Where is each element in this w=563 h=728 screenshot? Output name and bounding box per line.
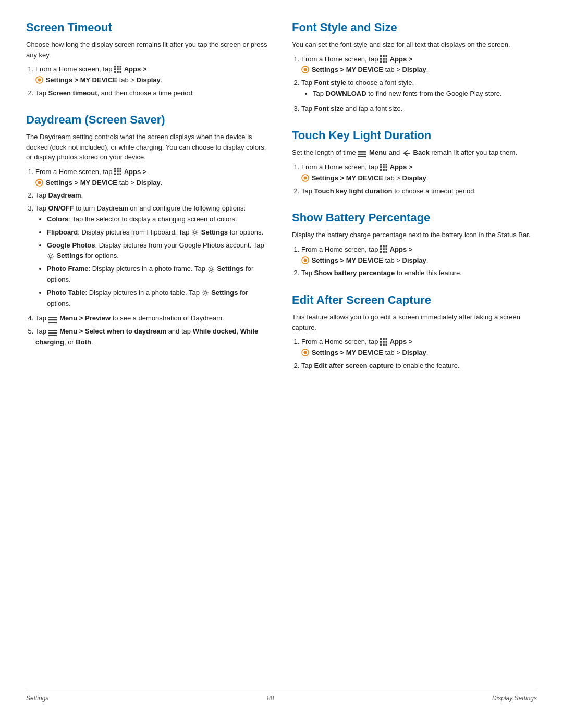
display-bold-bat1: Display (402, 256, 426, 264)
svg-rect-5 (120, 68, 122, 70)
back-icon-tk (402, 150, 410, 157)
svg-rect-4 (117, 68, 119, 70)
svg-rect-3 (114, 68, 116, 70)
settings-bold-tk1: Settings > MY DEVICE (312, 174, 383, 182)
svg-rect-44 (358, 154, 366, 155)
right-column: Font Style and Size You can set the font… (292, 21, 537, 674)
svg-rect-76 (386, 343, 388, 346)
svg-rect-38 (380, 61, 382, 63)
apps-icon-ec1 (380, 338, 387, 346)
font-substep-download: Tap DOWNLOAD to find new fonts from the … (313, 89, 537, 100)
svg-point-56 (304, 176, 307, 179)
svg-rect-0 (114, 66, 116, 68)
svg-rect-26 (48, 317, 57, 318)
touch-key-step2: Tap Touch key light duration to choose a… (301, 186, 537, 197)
svg-point-25 (204, 292, 206, 294)
touch-key-steps: From a Home screen, tap (301, 162, 537, 196)
footer-left: Settings (26, 695, 48, 702)
svg-rect-48 (386, 164, 388, 166)
left-column: Screen Timeout Choose how long the displ… (26, 21, 271, 674)
svg-rect-17 (114, 174, 116, 176)
settings-bold-st1: Settings > MY DEVICE (46, 76, 117, 84)
daydream-step5: Tap Menu > Select when to daydream and t… (35, 326, 271, 348)
edit-capture-step1: From a Home screen, tap (301, 337, 537, 359)
fontsize-bold: Font size (314, 105, 344, 113)
gear-icon-googlephotos (47, 253, 54, 260)
page: Screen Timeout Choose how long the displ… (0, 0, 563, 728)
battery-title: Show Battery Percentage (292, 211, 537, 225)
gear-icon-photoframe (207, 266, 215, 273)
flipboard-bold: Flipboard (47, 228, 78, 236)
touch-key-title: Touch Key Light Duration (292, 129, 537, 142)
screen-timeout-step2: Tap Screen timeout, and then choose a ti… (35, 88, 271, 99)
svg-rect-71 (380, 341, 382, 343)
font-steps-cont: Tap Font size and tap a font size. (301, 104, 537, 115)
edit-capture-title: Edit After Screen Capture (292, 293, 537, 307)
svg-rect-52 (380, 169, 382, 171)
svg-rect-57 (380, 245, 382, 248)
touch-key-description: Set the length of time Menu and (292, 147, 537, 158)
menu-bold-tk: Menu (369, 149, 387, 156)
settings-gear-flipboard: Settings (201, 228, 228, 236)
svg-rect-75 (383, 343, 385, 346)
menu-selectwhen-bold: Menu > Select when to daydream (59, 327, 166, 335)
page-footer: Settings 88 Display Settings (26, 690, 537, 702)
daydream-option-photoframe: Photo Frame: Display pictures in a photo… (47, 264, 271, 286)
font-title: Font Style and Size (292, 21, 537, 34)
both-bold: Both (76, 338, 91, 346)
svg-point-21 (38, 181, 41, 184)
menu-icon-dd5 (48, 329, 57, 335)
settings-bold-font1: Settings > MY DEVICE (312, 66, 383, 73)
editafterscreencapture-bold: Edit after screen capture (314, 362, 394, 369)
edit-capture-steps: From a Home screen, tap (301, 337, 537, 371)
settings-gear-photoframe: Settings (217, 265, 243, 273)
daydream-title: Daydream (Screen Saver) (26, 113, 271, 127)
svg-rect-73 (386, 341, 388, 343)
apps-bold-ec1: Apps > (390, 338, 413, 346)
screen-timeout-description: Choose how long the display screen remai… (26, 40, 271, 60)
phototable-bold: Photo Table (47, 289, 85, 297)
settings-icon-ec1 (301, 349, 309, 356)
download-bold: DOWNLOAD (326, 90, 366, 97)
gear-icon-phototable (202, 289, 209, 297)
display-bold-tk1: Display (402, 174, 426, 182)
display-bold-st1: Display (137, 76, 161, 84)
svg-rect-74 (380, 343, 382, 346)
svg-point-42 (304, 68, 307, 71)
screen-timeout-bold: Screen timeout (48, 89, 97, 97)
svg-point-22 (194, 231, 197, 234)
edit-capture-section: Edit After Screen Capture This feature a… (292, 293, 537, 371)
svg-rect-72 (383, 341, 385, 343)
battery-step2: Tap Show battery percentage to enable th… (301, 268, 537, 279)
apps-icon-bat1 (380, 245, 387, 253)
svg-rect-14 (114, 171, 116, 173)
svg-rect-31 (48, 335, 57, 336)
font-substeps: Tap DOWNLOAD to find new fonts from the … (313, 89, 537, 100)
daydream-option-phototable: Photo Table: Display pictures in a photo… (47, 288, 271, 310)
daydream-option-flipboard: Flipboard: Display pictures from Flipboa… (47, 227, 271, 238)
svg-rect-68 (380, 338, 382, 340)
settings-icon-st1 (35, 76, 43, 84)
font-step1: From a Home screen, tap (301, 54, 537, 76)
battery-section: Show Battery Percentage Display the batt… (292, 211, 537, 279)
svg-rect-53 (383, 169, 385, 171)
screen-timeout-title: Screen Timeout (26, 21, 271, 34)
main-columns: Screen Timeout Choose how long the displ… (26, 21, 537, 674)
font-description: You can set the font style and size for … (292, 40, 537, 50)
battery-step1: From a Home screen, tap (301, 244, 537, 266)
daydream-option-colors: Colors: Tap the selector to display a ch… (47, 214, 271, 225)
settings-icon-tk1 (301, 174, 309, 182)
svg-rect-34 (386, 55, 388, 57)
showbatterypct-bold: Show battery percentage (314, 269, 395, 277)
svg-rect-32 (380, 55, 382, 57)
apps-bold-tk1: Apps > (390, 163, 413, 171)
svg-rect-49 (380, 166, 382, 168)
svg-rect-6 (114, 71, 116, 73)
svg-rect-37 (386, 58, 388, 60)
svg-rect-59 (386, 245, 388, 248)
svg-point-23 (50, 255, 52, 258)
svg-rect-8 (120, 71, 122, 73)
svg-rect-2 (120, 66, 122, 68)
svg-rect-43 (358, 151, 366, 153)
svg-rect-28 (48, 322, 57, 324)
